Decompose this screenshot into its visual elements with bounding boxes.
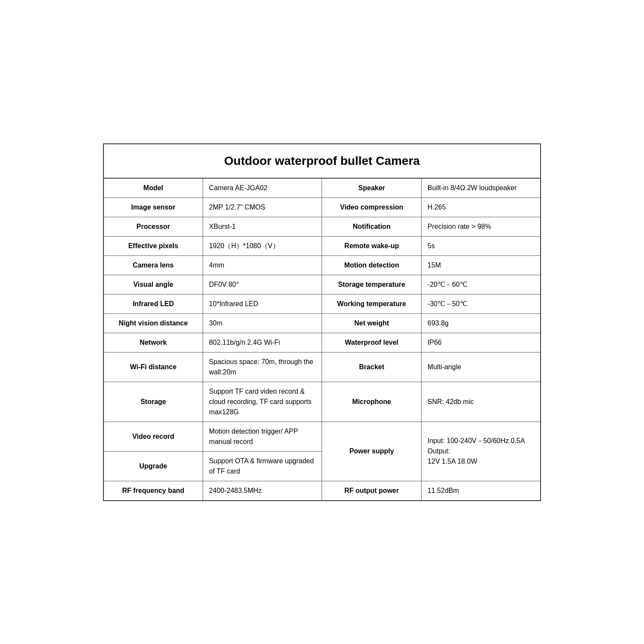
spec-label-right: RF output power — [322, 481, 421, 501]
spec-value-right: Multi-angle — [421, 352, 541, 382]
table-row: ProcessorXBurst-1NotificationPrecision r… — [103, 217, 541, 236]
spec-label-right: Notification — [322, 217, 421, 236]
spec-value-right: Input: 100-240V－50/60Hz 0.5AOutput:12V 1… — [421, 422, 541, 481]
spec-value-right: 693.8g — [421, 313, 541, 333]
spec-value-right: -20℃－60℃ — [421, 275, 541, 294]
spec-value-left: 802.11b/g/n 2.4G Wi-Fi — [203, 333, 322, 352]
spec-value-right: Built-in 8/4Ω 2W loudspeaker — [421, 178, 541, 198]
spec-label-left: Infrared LED — [103, 294, 203, 313]
page-wrapper: Outdoor waterproof bullet Camera ModelCa… — [86, 126, 558, 518]
table-row: Network802.11b/g/n 2.4G Wi-FiWaterproof … — [103, 333, 541, 352]
spec-value-left: Camera AE-JGA02 — [203, 178, 322, 198]
spec-label-right: Video compression — [322, 197, 421, 217]
spec-value-right: H.265 — [421, 197, 541, 217]
table-row: Infrared LED10*Infrared LEDWorking tempe… — [103, 294, 541, 313]
spec-value-left: DF0V 80° — [203, 275, 322, 294]
table-row: Night vision distance30mNet weight693.8g — [103, 313, 541, 333]
spec-value-right: 11.52dBm — [421, 481, 541, 501]
spec-label-left: Storage — [103, 382, 203, 422]
spec-value-right: 15M — [421, 255, 541, 275]
table-title: Outdoor waterproof bullet Camera — [103, 144, 541, 178]
spec-label-right: Power supply — [322, 422, 421, 481]
spec-label-right: Waterproof level — [322, 333, 421, 352]
spec-label-right: Bracket — [322, 352, 421, 382]
spec-label-right: Net weight — [322, 313, 421, 333]
spec-value-left: Support TF card video record & cloud rec… — [203, 382, 322, 422]
spec-table: Outdoor waterproof bullet Camera ModelCa… — [103, 143, 541, 501]
spec-label-left: Camera lens — [103, 255, 203, 275]
spec-value-left: 2400-2483.5MHz — [203, 481, 322, 501]
spec-label-left: Model — [103, 178, 203, 198]
table-row: Video recordMotion detection trigger/ AP… — [103, 422, 541, 451]
spec-value-left: Motion detection trigger/ APP manual rec… — [203, 422, 322, 451]
spec-value-left: Spacious space: 70m, through the wall:20… — [203, 352, 322, 382]
table-row: Camera lens4mmMotion detection15M — [103, 255, 541, 275]
spec-label-left: Upgrade — [103, 451, 203, 481]
spec-value-left: 2MP 1/2.7" CMOS — [203, 197, 322, 217]
spec-value-right: Precision rate > 98% — [421, 217, 541, 236]
spec-label-left: Network — [103, 333, 203, 352]
spec-value-left: Support OTA & firmware upgraded of TF ca… — [203, 451, 322, 481]
table-row: Effective pixels1920（H）*1080（V）Remote wa… — [103, 236, 541, 255]
spec-label-right: Working temperature — [322, 294, 421, 313]
spec-label-right: Motion detection — [322, 255, 421, 275]
table-row: Image sensor2MP 1/2.7" CMOSVideo compres… — [103, 197, 541, 217]
table-row: Wi-Fi distanceSpacious space: 70m, throu… — [103, 352, 541, 382]
spec-value-right: 5s — [421, 236, 541, 255]
spec-label-left: Visual angle — [103, 275, 203, 294]
table-row: ModelCamera AE-JGA02SpeakerBuilt-in 8/4Ω… — [103, 178, 541, 198]
spec-label-left: Processor — [103, 217, 203, 236]
spec-value-left: 4mm — [203, 255, 322, 275]
table-row: RF frequency band2400-2483.5MHzRF output… — [103, 481, 541, 501]
table-row: StorageSupport TF card video record & cl… — [103, 382, 541, 422]
spec-value-left: 30m — [203, 313, 322, 333]
spec-label-right: Microphone — [322, 382, 421, 422]
spec-label-right: Speaker — [322, 178, 421, 198]
spec-value-right: IP66 — [421, 333, 541, 352]
spec-label-left: Effective pixels — [103, 236, 203, 255]
spec-label-left: RF frequency band — [103, 481, 203, 501]
spec-value-right: SNR: 42db mic — [421, 382, 541, 422]
spec-value-right: -30℃－50℃ — [421, 294, 541, 313]
spec-value-left: XBurst-1 — [203, 217, 322, 236]
spec-value-left: 10*Infrared LED — [203, 294, 322, 313]
spec-label-left: Night vision distance — [103, 313, 203, 333]
spec-label-right: Remote wake-up — [322, 236, 421, 255]
spec-label-left: Video record — [103, 422, 203, 451]
spec-label-left: Image sensor — [103, 197, 203, 217]
spec-value-left: 1920（H）*1080（V） — [203, 236, 322, 255]
title-row: Outdoor waterproof bullet Camera — [103, 144, 541, 178]
table-row: Visual angleDF0V 80°Storage temperature-… — [103, 275, 541, 294]
spec-label-right: Storage temperature — [322, 275, 421, 294]
spec-label-left: Wi-Fi distance — [103, 352, 203, 382]
